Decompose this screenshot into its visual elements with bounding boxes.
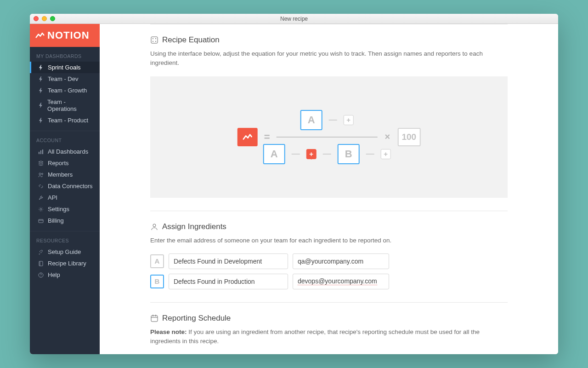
denominator-row: A + B + [263, 144, 391, 164]
sidebar-item-team-product[interactable]: Team - Product [30, 115, 100, 126]
sidebar-item-data-connectors[interactable]: Data Connectors [30, 180, 100, 192]
section-recipe-equation: Recipe Equation Using the interface belo… [150, 24, 508, 198]
help-icon [38, 272, 44, 278]
svg-point-3 [39, 173, 41, 175]
nav-item-label: Settings [48, 206, 69, 213]
close-window-button[interactable] [34, 16, 39, 21]
equation-result-icon[interactable] [237, 128, 258, 146]
sidebar-item-help[interactable]: Help [30, 269, 100, 281]
equation-fraction: A + A + B [277, 110, 378, 164]
user-icon [150, 223, 158, 231]
content-area: Recipe Equation Using the interface belo… [100, 24, 558, 354]
sidebar-item-sprint-goals[interactable]: Sprint Goals [30, 62, 100, 73]
section-title: Recipe Equation [162, 35, 220, 45]
svg-point-11 [41, 276, 41, 276]
svg-rect-12 [151, 37, 158, 43]
sidebar-item-setup-guide[interactable]: Setup Guide [30, 246, 100, 258]
svg-rect-8 [39, 261, 43, 266]
rocket-icon [38, 249, 44, 255]
window-controls [34, 16, 55, 21]
section-title: Reporting Schedule [162, 314, 231, 323]
section-assign-ingredients: Assign Ingredients Enter the email addre… [150, 211, 508, 289]
nav-item-label: All Dashboards [48, 148, 88, 155]
bolt-icon [38, 103, 44, 108]
svg-point-13 [153, 38, 153, 39]
nav-section-label: ACCOUNT [30, 131, 100, 146]
ingredient-name-input[interactable] [169, 274, 288, 289]
sidebar-item-api[interactable]: API [30, 192, 100, 203]
nav-item-label: Setup Guide [48, 248, 81, 255]
people-icon [38, 172, 44, 178]
bolt-icon [38, 88, 44, 93]
nav-item-label: Sprint Goals [48, 64, 81, 71]
nav-item-label: Reports [48, 160, 69, 167]
nav-item-label: Members [48, 171, 73, 178]
bolt-icon [38, 118, 44, 123]
window-title: New recipe [280, 16, 308, 22]
bolt-icon [38, 76, 44, 82]
titlebar: New recipe [30, 14, 558, 24]
ingredients-list: Aqa@yourcompany.comBdevops@yourcompany.c… [150, 253, 508, 289]
nav-item-label: Recipe Library [48, 260, 86, 267]
nav-section-label: MY DASHBOARDS [30, 47, 100, 62]
brand[interactable]: NOTION [30, 24, 100, 47]
svg-point-15 [153, 41, 153, 42]
svg-point-5 [40, 208, 42, 210]
calendar-icon [150, 314, 158, 322]
equation-canvas: = A + A + [150, 76, 508, 198]
equation-icon [150, 36, 158, 44]
add-numerator-button[interactable]: + [344, 115, 354, 125]
numerator-row: A + [300, 110, 354, 130]
add-operator-button[interactable]: + [306, 149, 317, 159]
times-sign: × [385, 132, 390, 142]
operand-numerator-a[interactable]: A [300, 110, 322, 130]
ingredient-letter: A [150, 254, 164, 268]
ingredient-row: Bdevops@yourcompany.com [150, 274, 508, 289]
svg-point-16 [155, 41, 156, 42]
sidebar: NOTION MY DASHBOARDSSprint GoalsTeam - D… [30, 24, 100, 354]
operand-denominator-b[interactable]: B [338, 144, 360, 164]
svg-rect-18 [151, 316, 158, 322]
multiplier-input[interactable]: 100 [397, 128, 420, 146]
sidebar-item-team-dev[interactable]: Team - Dev [30, 73, 100, 85]
ingredient-row: Aqa@yourcompany.com [150, 253, 508, 269]
section-desc: Please note: If you are using an ingredi… [150, 328, 508, 346]
fraction-bar [277, 137, 378, 138]
sidebar-item-members[interactable]: Members [30, 169, 100, 180]
sidebar-item-team-growth[interactable]: Team - Growth [30, 85, 100, 96]
equals-sign: = [264, 131, 270, 143]
nav-item-label: Data Connectors [48, 183, 93, 190]
ingredient-email-input[interactable]: devops@yourcompany.com [293, 274, 389, 289]
sidebar-item-billing[interactable]: Billing [30, 215, 100, 226]
zoom-window-button[interactable] [50, 16, 55, 21]
book-icon [38, 261, 44, 266]
section-reporting-schedule: Reporting Schedule Please note: If you a… [150, 302, 508, 354]
nav-item-label: Billing [48, 217, 64, 224]
nav-item-label: Help [48, 271, 60, 278]
brand-name: NOTION [47, 29, 90, 41]
sidebar-item-team-operations[interactable]: Team - Operations [30, 96, 100, 115]
svg-rect-6 [39, 219, 43, 223]
note-text: If you are using an ingredient from anot… [150, 328, 480, 345]
operand-denominator-a[interactable]: A [263, 144, 285, 164]
sidebar-item-all-dashboards[interactable]: All Dashboards [30, 146, 100, 157]
sidebar-item-reports[interactable]: Reports [30, 157, 100, 169]
svg-rect-1 [40, 150, 41, 154]
svg-rect-0 [39, 152, 40, 154]
connector [323, 154, 331, 155]
sidebar-item-settings[interactable]: Settings [30, 203, 100, 215]
bar-icon [38, 149, 44, 155]
note-label: Please note: [150, 328, 187, 335]
app-body: NOTION MY DASHBOARDSSprint GoalsTeam - D… [30, 24, 558, 354]
nav-item-label: API [48, 194, 57, 201]
connector [292, 154, 300, 155]
sidebar-item-recipe-library[interactable]: Recipe Library [30, 258, 100, 269]
connector [366, 154, 374, 155]
nav-item-label: Team - Dev [48, 75, 78, 82]
wrench-icon [38, 195, 44, 201]
ingredient-name-input[interactable] [169, 253, 288, 269]
add-denominator-button[interactable]: + [381, 149, 391, 159]
ingredient-email-input[interactable]: qa@yourcompany.com [293, 253, 389, 269]
brand-logo-icon [35, 32, 45, 39]
minimize-window-button[interactable] [42, 16, 47, 21]
